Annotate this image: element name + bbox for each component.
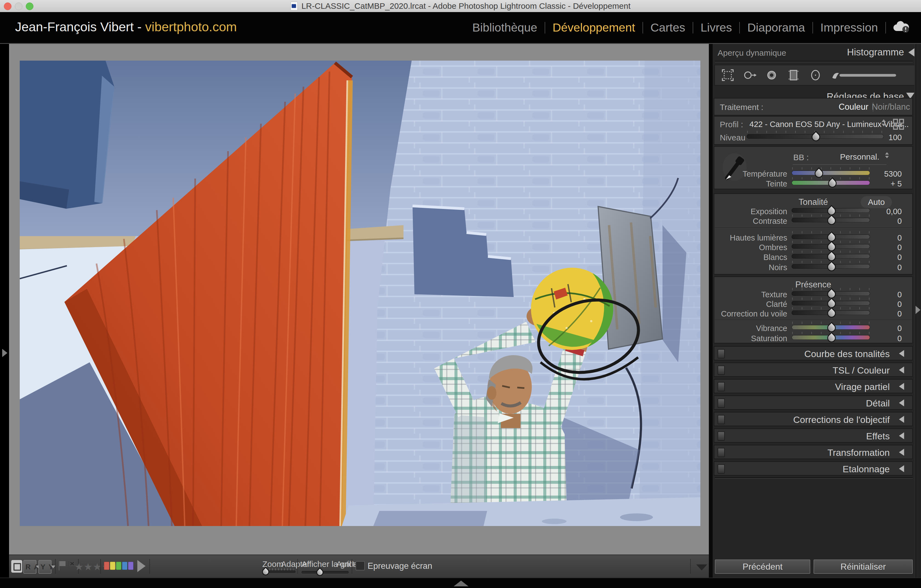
panel-collapse-icon[interactable] [899, 399, 904, 406]
panel-collapse-icon[interactable] [899, 416, 904, 423]
crop-overlay-icon[interactable] [721, 68, 735, 82]
wb-stepper-icon[interactable] [885, 151, 888, 159]
left-panel-collapsed-strip[interactable] [0, 44, 9, 588]
maximize-button[interactable] [26, 2, 33, 10]
tint-value[interactable]: + 5 [866, 179, 902, 188]
panel-toggle[interactable] [718, 464, 725, 474]
tone-divider [715, 228, 912, 228]
collapse-right-panel-icon[interactable] [916, 306, 921, 314]
panel-toggle[interactable] [718, 432, 725, 441]
reset-button[interactable]: Réinitialiser [814, 559, 913, 574]
whites-slider[interactable] [792, 254, 870, 259]
close-button[interactable] [4, 2, 11, 10]
minimize-button[interactable] [15, 2, 23, 10]
panel-collapse-icon[interactable] [899, 465, 904, 472]
color-label-red[interactable] [104, 562, 109, 570]
color-label-yellow[interactable] [110, 562, 116, 570]
saturation-slider[interactable] [792, 335, 870, 340]
tint-slider[interactable] [792, 181, 870, 185]
photo-surround [9, 44, 709, 555]
panel-toggle[interactable] [718, 382, 725, 391]
red-eye-icon[interactable] [765, 68, 778, 82]
panel-toggle[interactable] [718, 366, 725, 375]
treatment-color-button[interactable]: Couleur [838, 102, 868, 112]
before-after-tb-button[interactable]: YY [38, 560, 52, 574]
module-livres[interactable]: Livres [693, 21, 740, 34]
before-after-tb-dropdown-icon[interactable] [51, 565, 55, 568]
dehaze-value[interactable]: 0 [866, 309, 902, 318]
photo-viewport[interactable] [20, 60, 700, 526]
contrast-value[interactable]: 0 [866, 217, 902, 226]
zoom-slider[interactable] [263, 570, 296, 573]
saturation-slider-row: Saturation 0 [714, 332, 912, 344]
adjustment-brush-icon[interactable] [831, 68, 899, 82]
graduated-filter-icon[interactable] [787, 68, 801, 82]
panel-toggle[interactable] [718, 349, 725, 358]
module-diaporama[interactable]: Diaporama [740, 21, 812, 34]
texture-slider[interactable] [792, 291, 870, 296]
contrast-slider[interactable] [792, 218, 870, 222]
titlebar: LR-CLASSIC_CatMBP_2020.lrcat - Adobe Pho… [0, 0, 921, 12]
module-bibliotheque[interactable]: Bibliothèque [465, 21, 545, 34]
panel-collapse-icon[interactable] [899, 432, 904, 439]
panel-title: TSL / Couleur [833, 365, 890, 376]
dehaze-slider[interactable] [792, 311, 870, 315]
panel-collapse-icon[interactable] [899, 366, 904, 373]
profile-browser-icon[interactable] [892, 118, 905, 131]
reveal-left-panel-icon[interactable] [2, 349, 7, 357]
panel-collapse-icon[interactable] [899, 449, 904, 456]
clarity-slider[interactable] [792, 301, 870, 306]
panel-effects[interactable]: Effets [714, 428, 913, 443]
histogram-panel-header[interactable]: Histogramme [847, 47, 904, 58]
panel-detail[interactable]: Détail [714, 396, 913, 410]
reveal-filmstrip-icon[interactable] [454, 581, 469, 586]
grid-size-slider[interactable] [301, 571, 349, 574]
white-balance-box: BB : Personnal. Température 5300 Teinte … [714, 146, 913, 189]
grid-overlay-select[interactable]: Auto [336, 559, 353, 569]
spot-removal-icon[interactable] [743, 68, 757, 82]
panel-split-toning[interactable]: Virage partiel [714, 379, 913, 393]
loupe-view-button[interactable] [11, 560, 22, 573]
previous-button[interactable]: Précédent [715, 559, 810, 574]
module-cartes[interactable]: Cartes [643, 21, 693, 34]
grid-size-slider-thumb[interactable] [315, 567, 325, 578]
panel-transform[interactable]: Transformation [714, 445, 913, 459]
temperature-slider[interactable] [792, 171, 870, 175]
vibrance-slider[interactable] [792, 325, 870, 330]
color-label-purple[interactable] [128, 562, 133, 570]
radial-filter-icon[interactable] [809, 68, 822, 82]
amount-value[interactable]: 100 [866, 133, 902, 142]
panel-hsl-color[interactable]: TSL / Couleur [714, 363, 913, 377]
treatment-bw-button[interactable]: Noir/blanc [872, 102, 910, 112]
sync-cloud-alert-icon[interactable] [893, 21, 910, 36]
panel-collapse-icon[interactable] [899, 383, 904, 390]
highlights-slider[interactable] [792, 235, 870, 239]
filmstrip-collapsed-bar[interactable] [0, 578, 921, 588]
toolbar-options-dropdown-icon[interactable] [696, 564, 707, 570]
panel-tone-curve[interactable]: Courbe des tonalités [714, 346, 913, 360]
soft-proof-checkbox[interactable] [356, 561, 365, 570]
color-label-blue[interactable] [122, 562, 127, 570]
saturation-value[interactable]: 0 [866, 334, 902, 343]
slideshow-play-icon[interactable] [137, 560, 146, 572]
wb-select[interactable]: Personnal. [840, 152, 879, 161]
panel-calibration[interactable]: Etalonnage [714, 461, 913, 476]
shadows-slider[interactable] [792, 244, 870, 249]
panel-toggle[interactable] [718, 448, 725, 457]
flag-pick-icon[interactable] [58, 560, 67, 572]
module-impression[interactable]: Impression [813, 21, 885, 34]
color-label-green[interactable] [116, 562, 121, 570]
before-after-lr-button[interactable]: RA [23, 560, 36, 574]
module-developpement[interactable]: Développement [545, 21, 643, 34]
histogram-collapse-icon[interactable] [908, 48, 914, 57]
profile-stepper-icon[interactable] [881, 119, 886, 127]
blacks-slider[interactable] [792, 264, 870, 269]
panel-lens-corrections[interactable]: Corrections de l'objectif [714, 412, 913, 426]
panel-toggle[interactable] [718, 415, 725, 424]
tone-box: Tonalité Auto Exposition 0,00 Contraste … [714, 193, 913, 275]
panel-collapse-icon[interactable] [899, 350, 904, 357]
panel-toggle[interactable] [718, 399, 725, 408]
exposure-slider[interactable] [792, 208, 870, 213]
blacks-value[interactable]: 0 [866, 263, 902, 272]
amount-slider[interactable] [747, 134, 884, 139]
